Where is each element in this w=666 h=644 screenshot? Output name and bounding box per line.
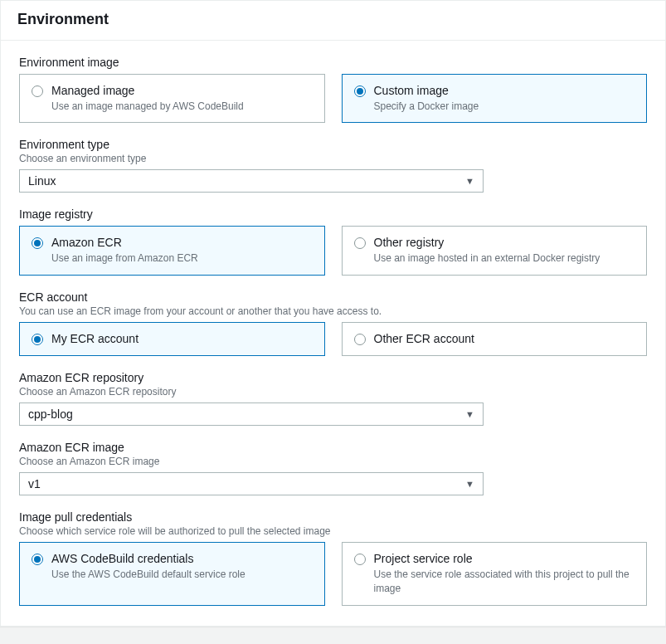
- select-value: Linux: [28, 174, 56, 188]
- tile-title: Other ECR account: [374, 331, 474, 348]
- environment-panel: Environment Environment image Managed im…: [0, 0, 666, 627]
- field-ecr-account: ECR account You can use an ECR image fro…: [19, 290, 647, 357]
- tile-amazon-ecr[interactable]: Amazon ECR Use an image from Amazon ECR: [19, 226, 325, 275]
- tile-title: Other registry: [374, 235, 600, 251]
- radio-icon: [354, 85, 366, 97]
- help-ecr-image: Choose an Amazon ECR image: [19, 456, 647, 467]
- field-environment-type: Environment type Choose an environment t…: [19, 138, 647, 193]
- select-value: cpp-blog: [28, 407, 73, 421]
- label-environment-image: Environment image: [19, 56, 647, 69]
- tile-title: Amazon ECR: [51, 235, 198, 251]
- tile-desc: Use the AWS CodeBuild default service ro…: [51, 568, 245, 582]
- tile-title: AWS CodeBuild credentials: [51, 551, 245, 568]
- help-environment-type: Choose an environment type: [19, 153, 647, 164]
- label-pull-credentials: Image pull credentials: [19, 510, 647, 524]
- page-title: Environment: [17, 11, 649, 28]
- radio-icon: [354, 334, 366, 345]
- tile-other-registry[interactable]: Other registry Use an image hosted in an…: [342, 226, 648, 275]
- tile-title: My ECR account: [51, 331, 139, 348]
- radio-icon: [32, 85, 43, 97]
- label-image-registry: Image registry: [19, 207, 647, 221]
- tile-project-service-role[interactable]: Project service role Use the service rol…: [342, 542, 648, 605]
- tile-managed-image[interactable]: Managed image Use an image managed by AW…: [19, 74, 325, 123]
- chevron-down-icon: ▼: [465, 176, 474, 186]
- radio-icon: [354, 554, 366, 565]
- select-environment-type[interactable]: Linux ▼: [19, 169, 484, 193]
- tile-my-ecr-account[interactable]: My ECR account: [19, 322, 325, 357]
- tile-title: Managed image: [51, 83, 244, 100]
- field-environment-image: Environment image Managed image Use an i…: [19, 56, 647, 123]
- select-ecr-image[interactable]: v1 ▼: [19, 472, 484, 495]
- tile-desc: Specify a Docker image: [374, 100, 479, 114]
- radio-icon: [32, 237, 43, 249]
- radio-icon: [32, 554, 43, 565]
- panel-header: Environment: [1, 1, 665, 41]
- tile-desc: Use the service role associated with thi…: [374, 568, 635, 596]
- select-ecr-repository[interactable]: cpp-blog ▼: [19, 402, 484, 426]
- tile-custom-image[interactable]: Custom image Specify a Docker image: [342, 74, 648, 123]
- tile-desc: Use an image from Amazon ECR: [51, 251, 198, 266]
- select-value: v1: [28, 477, 41, 490]
- help-ecr-account: You can use an ECR image from your accou…: [19, 305, 647, 317]
- field-image-registry: Image registry Amazon ECR Use an image f…: [19, 207, 647, 275]
- tile-codebuild-credentials[interactable]: AWS CodeBuild credentials Use the AWS Co…: [19, 542, 325, 605]
- tile-title: Custom image: [374, 83, 479, 100]
- panel-body: Environment image Managed image Use an i…: [1, 41, 665, 626]
- chevron-down-icon: ▼: [465, 409, 474, 419]
- label-ecr-image: Amazon ECR image: [19, 441, 647, 454]
- label-ecr-repository: Amazon ECR repository: [19, 371, 647, 384]
- label-environment-type: Environment type: [19, 138, 647, 151]
- help-pull-credentials: Choose which service role will be author…: [19, 525, 647, 537]
- help-ecr-repository: Choose an Amazon ECR repository: [19, 386, 647, 398]
- label-ecr-account: ECR account: [19, 290, 647, 304]
- radio-icon: [32, 334, 43, 345]
- tile-desc: Use an image managed by AWS CodeBuild: [51, 100, 244, 114]
- field-pull-credentials: Image pull credentials Choose which serv…: [19, 510, 647, 605]
- field-ecr-repository: Amazon ECR repository Choose an Amazon E…: [19, 371, 647, 426]
- chevron-down-icon: ▼: [465, 479, 474, 489]
- field-ecr-image: Amazon ECR image Choose an Amazon ECR im…: [19, 441, 647, 495]
- tile-other-ecr-account[interactable]: Other ECR account: [342, 322, 648, 357]
- tile-desc: Use an image hosted in an external Docke…: [374, 251, 600, 266]
- tile-title: Project service role: [374, 551, 635, 568]
- radio-icon: [354, 237, 366, 249]
